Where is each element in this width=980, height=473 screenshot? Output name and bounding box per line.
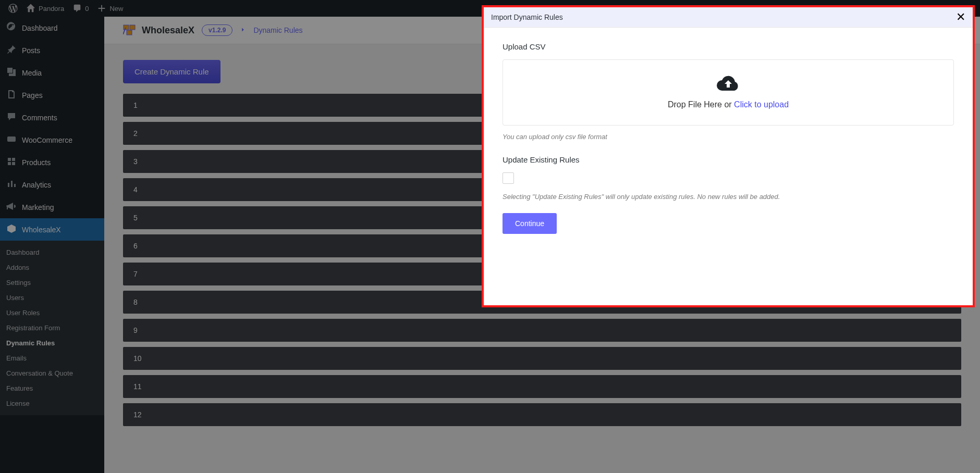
update-help-text: Selecting "Update Existing Rules" will o…	[503, 193, 954, 201]
modal-close-button[interactable]: ✕	[956, 11, 965, 23]
csv-dropzone[interactable]: Drop File Here or Click to upload	[503, 59, 954, 126]
upload-help-text: You can upload only csv file format	[503, 133, 954, 141]
click-to-upload-link[interactable]: Click to upload	[734, 100, 789, 109]
cloud-upload-icon	[717, 76, 740, 94]
update-existing-checkbox[interactable]	[503, 172, 514, 184]
dropzone-text: Drop File Here or Click to upload	[513, 100, 943, 109]
import-dynamic-rules-modal: Import Dynamic Rules ✕ Upload CSV Drop F…	[482, 5, 975, 307]
dropzone-prefix: Drop File Here or	[668, 100, 734, 109]
update-existing-label: Update Existing Rules	[503, 155, 954, 164]
upload-csv-label: Upload CSV	[503, 42, 954, 51]
modal-title: Import Dynamic Rules	[491, 13, 563, 21]
continue-button[interactable]: Continue	[503, 213, 557, 234]
modal-body: Upload CSV Drop File Here or Click to up…	[484, 28, 973, 305]
close-icon: ✕	[956, 10, 965, 23]
modal-header: Import Dynamic Rules ✕	[484, 7, 973, 28]
